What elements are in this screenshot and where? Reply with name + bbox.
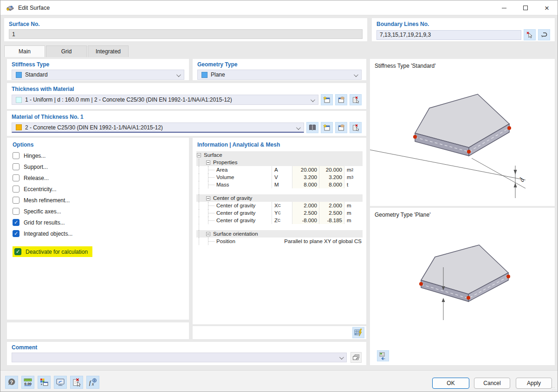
thickness-select[interactable]: 1 - Uniform | d : 160.0 mm | 2 - Concret…: [12, 95, 318, 105]
delete-object-button[interactable]: [70, 376, 83, 389]
option-integrated-objects[interactable]: ✓Integrated objects...: [13, 230, 183, 237]
tree-cell: m: [344, 202, 363, 209]
tree-row-position: PositionParallel to plane XY of global C…: [196, 238, 363, 245]
stiffness-type-select[interactable]: Standard: [12, 70, 184, 80]
reverse-orientation-button[interactable]: [538, 29, 550, 40]
tree-cell: 8.000: [319, 181, 344, 188]
tab-main[interactable]: Main: [4, 45, 45, 57]
grid-lightning-icon: [354, 328, 363, 337]
svg-text:0.00: 0.00: [25, 382, 32, 386]
tree-row-surface-orientation[interactable]: Surface orientation: [196, 230, 363, 238]
tree-cell: t: [344, 181, 363, 188]
option-hinges[interactable]: Hinges...: [13, 152, 183, 159]
chevron-down-icon: [296, 125, 301, 130]
close-button[interactable]: ×: [536, 0, 558, 15]
boundary-lines-input[interactable]: [376, 30, 521, 40]
tab-grid[interactable]: Grid: [46, 45, 87, 57]
tree-cell: 3.200: [292, 174, 319, 181]
library-book-icon: [309, 124, 316, 131]
collapse-icon[interactable]: [197, 153, 201, 157]
apply-button[interactable]: Apply: [516, 378, 552, 389]
option-release[interactable]: Release...: [13, 174, 183, 181]
tree-group-label: Surface orientation: [213, 231, 258, 237]
option-eccentricity[interactable]: Eccentricity...: [13, 186, 183, 193]
delete-material-button[interactable]: [350, 122, 362, 133]
material-select[interactable]: 2 - Concrete C25/30 (DIN EN 1992-1-1/NA/…: [12, 122, 304, 133]
tree-cell: XC: [272, 202, 292, 209]
maximize-button[interactable]: [515, 0, 536, 15]
stiffness-swatch-icon: [16, 72, 22, 78]
monitor-icon: [56, 378, 65, 387]
new-material-button[interactable]: [321, 122, 333, 133]
delete-thickness-button[interactable]: [350, 94, 362, 105]
thickness-swatch-icon: [16, 97, 22, 103]
checkbox-icon[interactable]: [13, 152, 19, 159]
cancel-button[interactable]: Cancel: [474, 378, 510, 389]
rendering-button[interactable]: [54, 376, 67, 389]
checkbox-icon[interactable]: ✓: [14, 248, 21, 255]
checkbox-icon[interactable]: [13, 174, 19, 181]
tree-cell: m: [344, 217, 363, 224]
edit-material-button[interactable]: [335, 122, 347, 133]
comment-templates-button[interactable]: [350, 352, 362, 363]
tree-row-mass: MassM8.0008.000t: [196, 181, 363, 188]
material-swatch-icon: [16, 124, 22, 130]
help-button[interactable]: ?: [5, 376, 18, 389]
surface-icon: [6, 4, 14, 12]
tree-row-center-of-gravity[interactable]: Center of gravity: [196, 194, 363, 202]
collapse-icon[interactable]: [206, 196, 210, 200]
options-label: Options: [13, 141, 183, 148]
option-label: Hinges...: [24, 153, 45, 159]
comment-label: Comment: [12, 344, 362, 351]
new-item-icon: [323, 96, 331, 103]
tree-row-properties[interactable]: Properties: [196, 159, 363, 166]
collapse-icon[interactable]: [206, 161, 210, 165]
delete-selection-icon: [72, 378, 81, 387]
minimize-button[interactable]: [493, 0, 515, 15]
tree-row-surface[interactable]: Surface: [196, 151, 363, 159]
resize-grip[interactable]: ·····: [552, 386, 556, 391]
checkbox-icon[interactable]: [13, 163, 19, 170]
svg-text:?: ?: [10, 379, 13, 385]
display-settings-icon: [39, 378, 49, 387]
collapse-icon[interactable]: [206, 232, 210, 236]
geometry-type-select[interactable]: Plane: [197, 70, 362, 80]
checkbox-icon[interactable]: [13, 208, 19, 215]
export-image-button[interactable]: [377, 350, 389, 361]
new-thickness-button[interactable]: [321, 94, 333, 105]
select-lines-button[interactable]: [524, 29, 536, 40]
option-label: Support...: [24, 164, 48, 170]
new-item-icon: [323, 124, 331, 131]
option-specific-axes[interactable]: Specific axes...: [13, 208, 183, 215]
tree-group-label: Properties: [213, 160, 237, 165]
information-section: Information | Analytical & Mesh SurfaceP…: [193, 138, 366, 324]
option-grid-for-results[interactable]: ✓Grid for results...: [13, 219, 183, 226]
tree-cell: M: [272, 181, 292, 188]
checkbox-icon[interactable]: ✓: [13, 230, 19, 237]
options-list: Hinges...Support...Release...Eccentricit…: [13, 152, 183, 257]
u-turn-arrow-icon: [540, 31, 548, 39]
tab-integrated[interactable]: Integrated: [88, 45, 129, 57]
material-library-button[interactable]: [306, 122, 318, 133]
thickness-label: Thickness with Material: [12, 86, 362, 92]
checkbox-icon[interactable]: [13, 197, 19, 204]
edit-thickness-button[interactable]: [335, 94, 347, 105]
formula-button[interactable]: f x: [86, 376, 99, 389]
stiffness-preview-image: d: [370, 72, 555, 204]
comment-input[interactable]: [12, 353, 347, 362]
highlight-wrap: ✓Deactivate for calculation: [13, 246, 92, 257]
option-deactivate-for-calculation[interactable]: ✓Deactivate for calculation: [13, 246, 183, 257]
option-mesh-refinement[interactable]: Mesh refinement...: [13, 197, 183, 204]
geometry-swatch-icon: [201, 72, 208, 78]
surface-no-input[interactable]: [9, 29, 363, 39]
option-support[interactable]: Support...: [13, 163, 183, 170]
units-settings-button[interactable]: 0.00: [21, 376, 34, 389]
ok-button[interactable]: OK: [432, 378, 469, 389]
mesh-settings-button[interactable]: [352, 327, 364, 338]
surface-no-section: Surface No.: [4, 18, 367, 41]
checkbox-icon[interactable]: [13, 186, 19, 193]
display-settings-button[interactable]: [38, 376, 51, 389]
tree-cell: -8.185: [319, 217, 344, 224]
checkbox-icon[interactable]: ✓: [13, 219, 19, 226]
tree-cell: A: [272, 166, 292, 174]
